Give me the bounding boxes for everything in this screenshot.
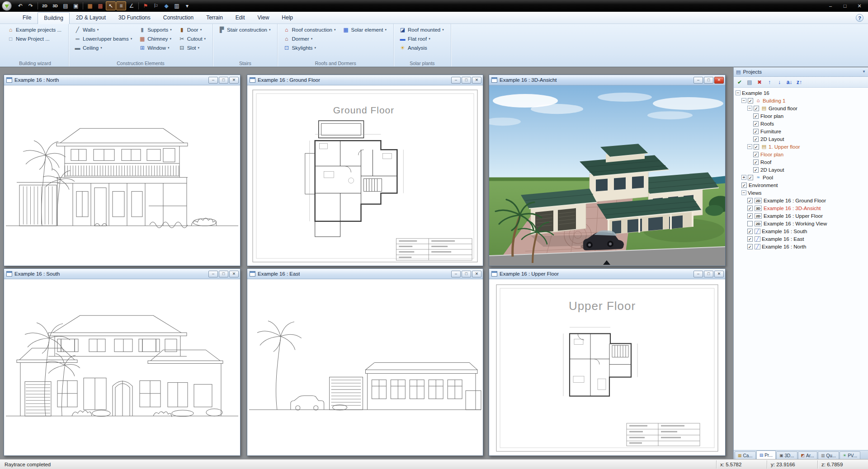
sort-descending-button[interactable]: z↑ (795, 78, 804, 86)
window-titlebar[interactable]: Example 16 : Upper Floor – □ ✕ (489, 269, 725, 279)
more-button[interactable]: ▾ (182, 1, 192, 10)
menu-tab-3d-functions[interactable]: 3D Functions (112, 12, 157, 23)
panel-tab-ca[interactable]: ▦Ca... (735, 451, 756, 459)
south-elevation-canvas[interactable] (4, 279, 240, 455)
flag-red-button[interactable]: ⚑ (141, 1, 151, 10)
ribbon-button-roof-mounted[interactable]: ◪Roof mounted▾ (396, 25, 446, 34)
hatch-tool-button[interactable]: ≡ (116, 1, 126, 10)
window-minimize-button[interactable]: – (693, 271, 703, 277)
window-close-button[interactable]: ✕ (714, 77, 724, 84)
confirm-check-button[interactable]: ✔ (735, 78, 744, 86)
menu-tab-building[interactable]: Building (38, 12, 70, 24)
ribbon-button-example-projects[interactable]: ⌂Example projects ... (5, 25, 64, 34)
ribbon-button-cutout[interactable]: ✂Cutout▾ (176, 34, 208, 43)
window-titlebar[interactable]: Example 16 : North – □ ✕ (4, 75, 240, 85)
collapse-icon[interactable]: − (741, 98, 746, 103)
tree-item-pool[interactable]: +✓≈Pool (734, 174, 868, 181)
window-maximize-button[interactable]: □ (704, 271, 713, 277)
tree-item-example-16-east[interactable]: ✓╱Example 16 : East (734, 235, 868, 243)
checkbox[interactable]: ✓ (753, 113, 759, 119)
ribbon-button-supports[interactable]: ▮Supports▾ (136, 25, 174, 34)
window-minimize-button[interactable]: – (208, 271, 218, 277)
app-maximize-button[interactable]: □ (838, 1, 852, 10)
window-maximize-button[interactable]: □ (704, 77, 713, 84)
window-maximize-button[interactable]: □ (219, 271, 228, 277)
tree-item-2d-layout[interactable]: ✓2D Layout (734, 166, 868, 174)
cascade-windows-button[interactable]: ▣ (71, 1, 81, 10)
window-maximize-button[interactable]: □ (219, 77, 228, 84)
expand-icon[interactable]: + (741, 175, 746, 180)
flag-white-button[interactable]: ⚐ (151, 1, 161, 10)
checkbox[interactable]: ✓ (747, 244, 753, 249)
ribbon-button-window[interactable]: ⊞Window▾ (136, 43, 174, 52)
select-pointer-button[interactable]: ↖ (106, 1, 116, 10)
app-logo[interactable] (2, 1, 12, 11)
view-2d-button[interactable]: 2D (40, 1, 50, 10)
panel-tab-3d[interactable]: ▣3D... (776, 451, 797, 459)
panel-menu-icon[interactable]: ▼ (862, 70, 866, 74)
collapse-icon[interactable]: − (741, 190, 746, 195)
checkbox[interactable]: ✓ (747, 206, 753, 211)
checkbox[interactable]: ✓ (753, 129, 759, 134)
brick-texture-button[interactable]: ▩ (95, 1, 105, 10)
window-close-button[interactable]: ✕ (229, 77, 239, 84)
ribbon-button-stair-construction[interactable]: ▛Stair construction▾ (216, 25, 273, 34)
ribbon-button-lower-upper-beams[interactable]: ═Lower/upper beams▾ (71, 34, 134, 43)
ribbon-button-solar-element[interactable]: ▦Solar element▾ (340, 25, 389, 34)
ribbon-button-flat-roof[interactable]: ▬Flat roof▾ (396, 34, 446, 43)
panel-tab-pv[interactable]: ☀PV... (840, 451, 860, 459)
window-titlebar[interactable]: Example 16 : East – □ ✕ (247, 269, 483, 279)
window-titlebar[interactable]: Example 16 : 3D-Ansicht – □ ✕ (489, 75, 725, 85)
menu-tab-edit[interactable]: Edit (229, 12, 251, 23)
window-minimize-button[interactable]: – (451, 271, 461, 277)
window-close-button[interactable]: ✕ (714, 271, 724, 277)
tree-item-example-16[interactable]: −Example 16 (734, 89, 868, 97)
3d-view-canvas[interactable] (489, 85, 725, 266)
tree-item-roof[interactable]: ✓Roof (734, 158, 868, 166)
ground-floor-plan-canvas[interactable]: Ground Floor (247, 85, 483, 266)
catalog-button[interactable]: ▥ (172, 1, 182, 10)
delete-view-button[interactable]: ✖ (755, 78, 764, 86)
tree-item-furniture[interactable]: ✓Furniture (734, 127, 868, 135)
checkbox[interactable] (747, 221, 753, 226)
move-down-button[interactable]: ↓ (775, 78, 784, 86)
tree-item-ground-floor[interactable]: −✓▤Ground floor (734, 104, 868, 112)
tile-windows-button[interactable]: ▤ (61, 1, 71, 10)
checkbox[interactable]: ✓ (747, 213, 753, 219)
ribbon-button-chimney[interactable]: ▦Chimney▾ (136, 34, 174, 43)
tree-item-building-1[interactable]: −✓⌂Building 1 (734, 97, 868, 104)
window-minimize-button[interactable]: – (693, 77, 703, 84)
checkbox[interactable]: ✓ (748, 98, 753, 103)
checkbox[interactable]: ✓ (741, 183, 747, 188)
east-elevation-canvas[interactable] (247, 279, 483, 455)
checkbox[interactable]: ✓ (753, 167, 759, 173)
checkbox[interactable]: ✓ (753, 121, 759, 127)
window-titlebar[interactable]: Example 16 : Ground Floor – □ ✕ (247, 75, 483, 85)
edit-report-button[interactable]: ▤ (745, 78, 754, 86)
ribbon-button-dormer[interactable]: ⌂Dormer▾ (280, 34, 338, 43)
ribbon-button-slot[interactable]: ⊟Slot▾ (176, 43, 208, 52)
window-minimize-button[interactable]: – (208, 77, 218, 84)
panel-tab-qu[interactable]: ▥Qu... (818, 451, 839, 459)
tree-item-roofs[interactable]: ✓Roofs (734, 120, 868, 127)
menu-tab-terrain[interactable]: Terrain (200, 12, 229, 23)
color-palette-button[interactable]: ▦ (85, 1, 95, 10)
upper-floor-plan-canvas[interactable]: Upper Floor (489, 279, 725, 455)
checkbox[interactable]: ✓ (748, 175, 753, 180)
checkbox[interactable]: ✓ (754, 144, 759, 150)
ribbon-button-door[interactable]: ▮Door▾ (176, 25, 208, 34)
undo-button[interactable]: ↶ (15, 1, 25, 10)
menu-tab-view[interactable]: View (251, 12, 276, 23)
ribbon-button-ceiling[interactable]: ▬Ceiling▾ (71, 43, 134, 52)
menu-tab-help[interactable]: Help (275, 12, 299, 23)
north-elevation-canvas[interactable] (4, 85, 240, 266)
checkbox[interactable]: ✓ (747, 198, 753, 203)
tree-item-example-16-south[interactable]: ✓╱Example 16 : South (734, 227, 868, 235)
tree-item-example-16-upper-floor[interactable]: ✓2DExample 16 : Upper Floor (734, 212, 868, 220)
tree-item-example-16-working-view[interactable]: 2DExample 16 : Working View (734, 220, 868, 227)
tree-item-2d-layout[interactable]: ✓2D Layout (734, 135, 868, 143)
checkbox[interactable]: ✓ (753, 159, 759, 165)
tree-item-example-16-ground-floor[interactable]: ✓2DExample 16 : Ground Floor (734, 197, 868, 204)
ribbon-button-walls[interactable]: ╱Walls▾ (71, 25, 134, 34)
ribbon-button-roof-construction[interactable]: ⌂Roof construction▾ (280, 25, 338, 34)
